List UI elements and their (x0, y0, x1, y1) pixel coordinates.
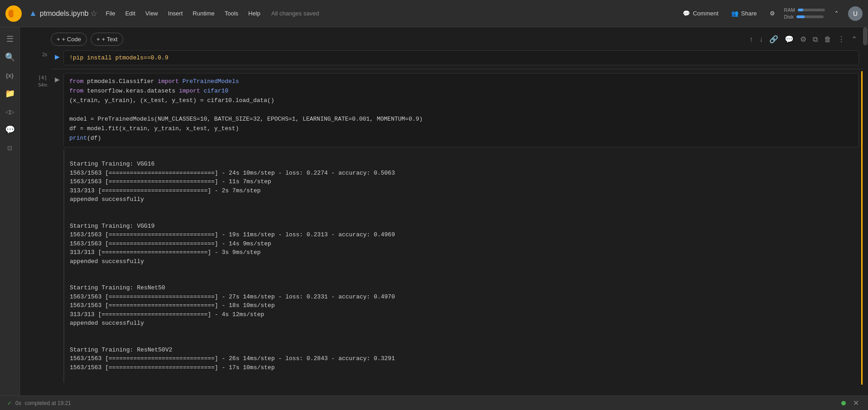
cell-2-content: from ptmodels.Classifier import PreTrain… (63, 73, 859, 383)
disk-row: Disk (784, 14, 824, 20)
cell-2-gutter: [4] 54m (24, 73, 51, 88)
comment-label: Comment (693, 10, 718, 17)
status-completed: completed at 19:21 (25, 400, 71, 406)
logo-area (5, 5, 22, 22)
settings-button[interactable]: ⚙ (766, 8, 779, 19)
status-bar: ✓ 0s completed at 19:21 ✕ (0, 395, 868, 410)
output-line-9: 313/313 [==============================]… (70, 249, 260, 256)
ram-disk-indicator[interactable]: RAM Disk (784, 7, 825, 20)
code-line-3: (x_train, y_train), (x_test, y_test) = c… (69, 96, 853, 106)
left-sidebar: ☰ 🔍 {x} 📁 ◁▷ 💬 ⊡ (0, 27, 20, 395)
menu-file[interactable]: File (101, 8, 120, 19)
output-line-17: 1563/1563 [=============================… (70, 355, 395, 362)
scrollbar-thumb (863, 27, 868, 45)
menu-tools[interactable]: Tools (220, 8, 243, 19)
settings-icon: ⚙ (770, 10, 775, 17)
sidebar-icon-code[interactable]: ◁▷ (2, 103, 18, 120)
disk-label: Disk (784, 14, 794, 20)
cell-2-number: [4] (38, 75, 47, 81)
header-right: 💬 Comment 👥 Share ⚙ RAM Disk (679, 6, 863, 21)
comment-button[interactable]: 💬 Comment (679, 8, 722, 19)
toolbar-strip: + + Code + + Text ↑ ↓ 🔗 💬 ⚙ ⧉ 🗑 ⋮ ⌃ (20, 31, 863, 48)
plus-text-icon: + (96, 36, 100, 43)
add-code-label: + Code (62, 36, 81, 43)
cell-2-run-button[interactable]: ▶ (51, 73, 63, 86)
output-line-15: appended successfully (70, 320, 144, 327)
menu-runtime[interactable]: Runtime (188, 8, 219, 19)
cell-1-content: !pip install ptmodels==0.0.9 (63, 50, 859, 65)
more-options-button[interactable]: ⋮ (836, 34, 847, 44)
link-button[interactable]: 🔗 (767, 34, 780, 44)
move-down-button[interactable]: ↓ (757, 34, 765, 44)
user-avatar[interactable]: U (848, 6, 863, 21)
cell-2-exec-time: 54m (39, 83, 47, 88)
output-line-6: Starting Training: VGG19 (70, 223, 154, 229)
cell-2-output: Starting Training: VGG16 1563/1563 [====… (63, 149, 859, 383)
pip-command: !pip install ptmodels==0.0.9 (69, 54, 168, 61)
cell-divider-1 (51, 69, 863, 69)
collapse-button[interactable]: ⌃ (849, 34, 859, 44)
expand-icon: ⌃ (834, 10, 839, 17)
menu-view[interactable]: View (141, 8, 163, 19)
share-button[interactable]: 👥 Share (728, 8, 761, 19)
output-line-12: 1563/1563 [=============================… (70, 293, 395, 300)
disk-bar (796, 15, 824, 18)
code-line-2: from tensorflow.keras.datasets import ci… (69, 87, 853, 96)
cell-1-run-button[interactable]: ▶ (51, 50, 63, 63)
all-changes-saved: All changes saved (271, 10, 319, 17)
status-right: ✕ (841, 398, 861, 408)
code-line-6: df = model.fit(x_train, y_train, x_test,… (69, 124, 853, 134)
add-code-button[interactable]: + + Code (51, 33, 87, 46)
add-text-button[interactable]: + + Text (91, 33, 123, 46)
output-line-1: Starting Training: VGG16 (70, 161, 154, 167)
menu-bar: File Edit View Insert Runtime Tools Help… (101, 8, 319, 19)
menu-help[interactable]: Help (244, 8, 265, 19)
status-check-icon: ✓ (7, 400, 12, 406)
cell-2: [4] 54m ▶ from ptmodels.Classifier impor… (20, 71, 863, 385)
sidebar-icon-terminal[interactable]: ⊡ (2, 140, 18, 156)
output-line-3: 1563/1563 [=============================… (70, 178, 271, 185)
share-label: Share (741, 10, 757, 17)
status-close-button[interactable]: ✕ (851, 398, 861, 408)
sidebar-icon-variables[interactable]: {x} (2, 67, 18, 83)
output-line-14: 313/313 [==============================]… (70, 311, 264, 318)
cell-action-toolbar: ↑ ↓ 🔗 💬 ⚙ ⧉ 🗑 ⋮ ⌃ (747, 34, 859, 44)
plus-icon: + (57, 36, 60, 43)
output-line-13: 1563/1563 [=============================… (70, 302, 275, 309)
notebook-title[interactable]: ptmodels.ipynb (40, 10, 89, 18)
output-line-2: 1563/1563 [=============================… (70, 170, 395, 176)
code-line-5: model = PreTrainedModels(NUM_CLASSES=10,… (69, 115, 853, 124)
copy-cell-button[interactable]: ⧉ (811, 34, 820, 44)
expand-button[interactable]: ⌃ (830, 8, 843, 19)
menu-edit[interactable]: Edit (121, 8, 140, 19)
add-comment-button[interactable]: 💬 (783, 34, 796, 44)
code-line-1: from ptmodels.Classifier import PreTrain… (69, 77, 853, 87)
share-icon: 👥 (731, 10, 738, 17)
svg-point-2 (13, 10, 19, 18)
right-scrollbar[interactable] (863, 27, 868, 395)
output-line-10: appended successfully (70, 258, 144, 265)
sidebar-icon-comments[interactable]: 💬 (2, 122, 18, 138)
sidebar-icon-menu[interactable]: ☰ (2, 31, 18, 47)
output-line-8: 1563/1563 [=============================… (70, 240, 271, 247)
output-line-7: 1563/1563 [=============================… (70, 231, 395, 238)
drive-icon: ▲ (29, 9, 37, 18)
svg-point-1 (8, 10, 14, 18)
cell-settings-button[interactable]: ⚙ (798, 34, 808, 44)
code-line-7: print(df) (69, 134, 853, 143)
delete-cell-button[interactable]: 🗑 (822, 34, 833, 44)
cell-1: 2s ▶ !pip install ptmodels==0.0.9 (20, 49, 863, 67)
cell-1-exec-time: 2s (42, 52, 47, 58)
output-line-11: Starting Training: ResNet50 (70, 284, 165, 291)
move-up-button[interactable]: ↑ (747, 34, 755, 44)
cell-2-code[interactable]: from ptmodels.Classifier import PreTrain… (63, 73, 859, 147)
sidebar-icon-search[interactable]: 🔍 (2, 49, 18, 65)
menu-insert[interactable]: Insert (164, 8, 188, 19)
sidebar-icon-files[interactable]: 📁 (2, 85, 18, 102)
star-icon[interactable]: ☆ (90, 9, 97, 19)
colab-logo-icon (5, 5, 22, 22)
output-line-16: Starting Training: ResNet50V2 (70, 347, 172, 353)
cell-1-code[interactable]: !pip install ptmodels==0.0.9 (63, 50, 859, 65)
ram-fill (798, 9, 803, 11)
output-line-18: 1563/1563 [=============================… (70, 364, 275, 371)
